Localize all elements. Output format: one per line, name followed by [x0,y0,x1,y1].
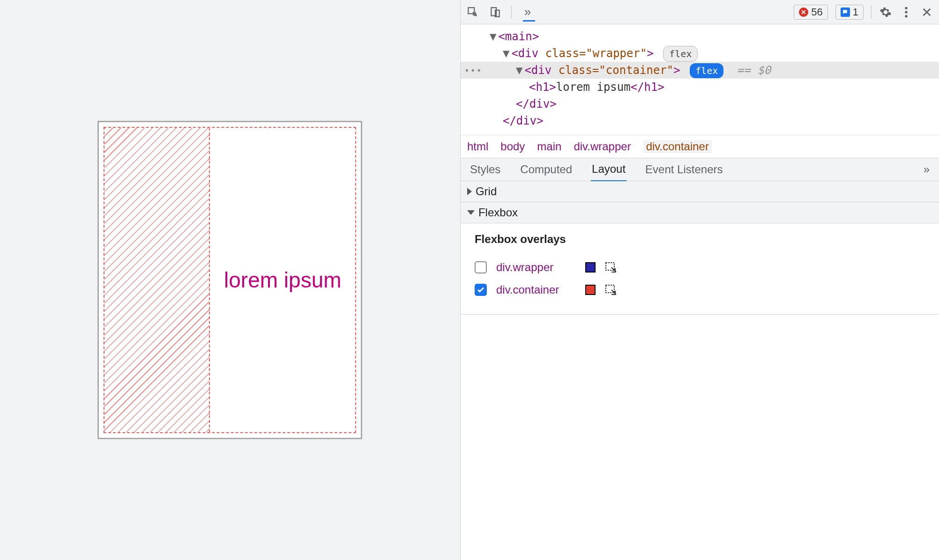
messages-count: 1 [853,6,858,18]
section-grid-header[interactable]: Grid [461,181,939,202]
dom-node-main[interactable]: ▼<main> [461,28,939,45]
crumb-container-active[interactable]: div.container [643,140,712,153]
close-icon[interactable] [920,6,933,19]
crumb-main[interactable]: main [537,140,561,153]
kebab-menu-icon[interactable] [900,6,913,19]
disclosure-triangle-right-icon [467,188,472,195]
flex-badge[interactable]: flex [663,46,698,62]
crumb-wrapper[interactable]: div.wrapper [574,140,631,153]
flex-badge-active[interactable]: flex [690,63,723,78]
disclosure-triangle-down-icon [467,210,475,215]
overlay-row-container: div.container [475,279,925,301]
styles-tabs: Styles Computed Layout Event Listeners » [461,158,939,181]
error-icon: ✕ [799,7,808,17]
more-tabs-icon[interactable]: » [923,158,931,181]
crumb-html[interactable]: html [467,140,488,153]
tab-layout[interactable]: Layout [591,158,626,182]
devtools-pane: » ✕ 56 1 [460,0,939,560]
flex-overlay: lorem ipsum [104,127,356,433]
more-tabs-icon[interactable]: » [521,6,534,19]
dom-node-close[interactable]: </div> [461,96,939,112]
crumb-body[interactable]: body [500,140,525,153]
viewport-pane: lorem ipsum [0,0,460,560]
tab-event-listeners[interactable]: Event Listeners [644,158,723,181]
overlay-label[interactable]: div.container [496,283,576,296]
flex-item: lorem ipsum [210,128,355,432]
console-reference: == $0 [737,64,771,77]
inspect-element-icon[interactable] [466,6,479,19]
overlay-pattern-icon[interactable] [605,284,618,296]
devtools-toolbar: » ✕ 56 1 [461,0,939,24]
device-toggle-icon[interactable] [489,6,502,19]
page-heading: lorem ipsum [224,267,342,293]
separator [871,6,872,19]
message-icon [841,7,850,17]
disclosure-triangle-icon[interactable]: ▼ [503,45,509,62]
rendered-page: lorem ipsum [97,121,362,439]
dom-node-wrapper[interactable]: ▼<div class="wrapper"> flex [461,45,939,62]
dom-node-container-selected[interactable]: ▼<div class="container"> flex == $0 [461,62,939,79]
svg-point-4 [905,11,907,13]
section-flexbox-header[interactable]: Flexbox [461,202,939,223]
tab-computed[interactable]: Computed [519,158,573,181]
dom-node-h1[interactable]: <h1>lorem ipsum</h1> [461,79,939,96]
messages-badge[interactable]: 1 [835,5,864,20]
flexbox-section-body: Flexbox overlays div.wrapper div.contain… [461,223,939,314]
disclosure-triangle-icon[interactable]: ▼ [516,62,522,79]
dom-tree[interactable]: ▼<main> ▼<div class="wrapper"> flex ▼<di… [461,24,939,135]
dom-breadcrumb: html body main div.wrapper div.container [461,135,939,158]
svg-point-5 [905,15,907,17]
section-flexbox-label: Flexbox [478,206,518,219]
errors-count: 56 [811,6,822,18]
flex-free-space-hatched [104,128,210,432]
overlay-checkbox-container[interactable] [475,284,487,296]
settings-gear-icon[interactable] [879,6,892,19]
flexbox-overlays-title: Flexbox overlays [475,233,925,246]
separator [511,6,512,19]
dom-node-close[interactable]: </div> [461,112,939,129]
overlay-row-wrapper: div.wrapper [475,256,925,279]
section-grid-label: Grid [476,185,497,198]
color-swatch-blue[interactable] [585,262,596,273]
overlay-pattern-icon[interactable] [605,261,618,273]
disclosure-triangle-icon[interactable]: ▼ [490,28,496,45]
color-swatch-red[interactable] [585,285,596,295]
overlay-checkbox-wrapper[interactable] [475,261,487,273]
overlay-label[interactable]: div.wrapper [496,261,576,274]
errors-badge[interactable]: ✕ 56 [794,5,827,20]
svg-point-3 [905,7,907,9]
tab-styles[interactable]: Styles [469,158,501,181]
